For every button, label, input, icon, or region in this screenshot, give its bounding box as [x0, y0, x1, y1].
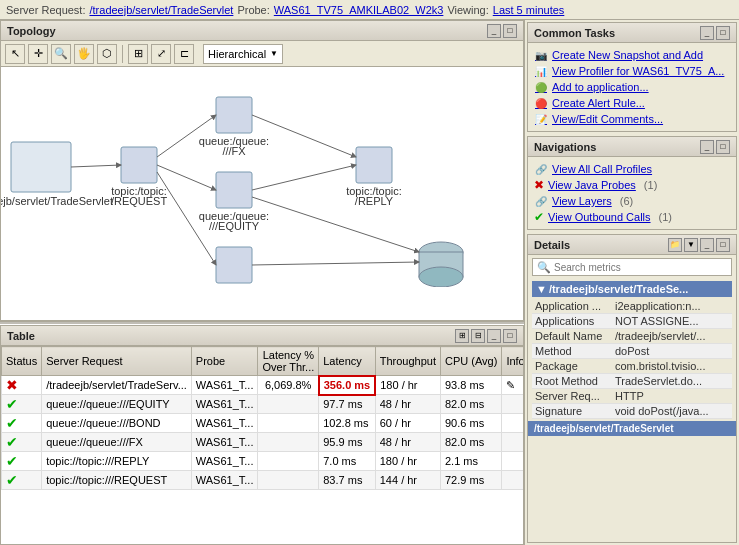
svg-text:///FX: ///FX	[222, 145, 246, 157]
col-cpu[interactable]: CPU (Avg)	[441, 347, 502, 376]
cell-status: ✔	[2, 395, 42, 414]
cell-throughput: 48 / hr	[375, 395, 440, 414]
toolbar-select-btn[interactable]: ⬡	[97, 44, 117, 64]
table-restore-btn[interactable]: □	[503, 329, 517, 343]
navigations-content: 🔗View All Call Profiles✖View Java Probes…	[528, 157, 736, 229]
nav-link-2[interactable]: View Layers	[552, 195, 612, 207]
cell-latency-pct	[258, 414, 319, 433]
cell-latency-pct	[258, 452, 319, 471]
navigations-section: Navigations _ □ 🔗View All Call Profiles✖…	[527, 136, 737, 230]
toolbar-hand-btn[interactable]: 🖐	[74, 44, 94, 64]
layout-dropdown[interactable]: Hierarchical ▼	[203, 44, 283, 64]
cell-probe: WAS61_T...	[191, 471, 258, 490]
table-icon2-btn[interactable]: ⊟	[471, 329, 485, 343]
topology-toolbar: ↖ ✛ 🔍 🖐 ⬡ ⊞ ⤢ ⊏ Hierarchical ▼	[1, 41, 523, 67]
label-server: Server Request:	[6, 4, 85, 16]
cell-throughput: 48 / hr	[375, 433, 440, 452]
details-key-1: Applications	[532, 314, 612, 328]
details-val-4: com.bristol.tvisio...	[612, 359, 732, 373]
topology-header-controls: _ □	[487, 24, 517, 38]
cell-probe: WAS61_T...	[191, 376, 258, 395]
nav-item-0[interactable]: 🔗View All Call Profiles	[534, 161, 730, 177]
details-val-6: HTTP	[612, 389, 732, 403]
toolbar-zoom-btn[interactable]: 🔍	[51, 44, 71, 64]
details-key-7: Signature	[532, 404, 612, 418]
topology-minimize-btn[interactable]: _	[487, 24, 501, 38]
status-icon: ✔	[6, 453, 18, 469]
common-task-item-3[interactable]: 🔴Create Alert Rule...	[534, 95, 730, 111]
task-label-4: View/Edit Comments...	[552, 113, 663, 125]
toolbar-arrow-btn[interactable]: ↖	[5, 44, 25, 64]
col-status[interactable]: Status	[2, 347, 42, 376]
task-icon-4: 📝	[534, 112, 548, 126]
common-tasks-restore-btn[interactable]: □	[716, 26, 730, 40]
task-icon-1: 📊	[534, 64, 548, 78]
common-task-item-4[interactable]: 📝View/Edit Comments...	[534, 111, 730, 127]
details-folder-btn[interactable]: 📁	[668, 238, 682, 252]
collapse-icon: ▼	[536, 283, 547, 295]
table-row[interactable]: ✔ queue://queue:///EQUITY WAS61_T... 97.…	[2, 395, 524, 414]
table-minimize-btn[interactable]: _	[487, 329, 501, 343]
col-latency[interactable]: Latency	[319, 347, 375, 376]
details-row: Packagecom.bristol.tvisio...	[532, 359, 732, 374]
details-val-0: i2eapplication:n...	[612, 299, 732, 313]
probe-link[interactable]: WAS61_TV75_AMKILAB02_W2k3	[274, 4, 444, 16]
details-key-6: Server Req...	[532, 389, 612, 403]
cell-cpu: 82.0 ms	[441, 395, 502, 414]
toolbar-fit-btn[interactable]: ⤢	[151, 44, 171, 64]
col-probe[interactable]: Probe	[191, 347, 258, 376]
task-label-0: Create New Snapshot and Add	[552, 49, 703, 61]
server-link[interactable]: /tradeejb/servlet/TradeServlet	[89, 4, 233, 16]
svg-rect-11	[216, 247, 252, 283]
nav-count-2: (6)	[620, 195, 633, 207]
nav-link-3[interactable]: View Outbound Calls	[548, 211, 651, 223]
cell-cpu: 82.0 ms	[441, 433, 502, 452]
cell-cpu: 93.8 ms	[441, 376, 502, 395]
common-task-item-0[interactable]: 📷Create New Snapshot and Add	[534, 47, 730, 63]
nav-item-3[interactable]: ✔View Outbound Calls(1)	[534, 209, 730, 225]
toolbar-layout-btn[interactable]: ⊏	[174, 44, 194, 64]
cell-cpu: 2.1 ms	[441, 452, 502, 471]
col-info[interactable]: Info	[502, 347, 523, 376]
col-latency-pct[interactable]: Latency %Over Thr...	[258, 347, 319, 376]
cell-latency: 97.7 ms	[319, 395, 375, 414]
topology-title: Topology	[7, 25, 56, 37]
toolbar-sep1	[122, 45, 123, 63]
table-row[interactable]: ✔ queue://queue:///BOND WAS61_T... 102.8…	[2, 414, 524, 433]
search-box[interactable]: 🔍	[532, 258, 732, 276]
navigations-min-btn[interactable]: _	[700, 140, 714, 154]
table-row[interactable]: ✖ /tradeejb/servlet/TradeServ... WAS61_T…	[2, 376, 524, 395]
toolbar-grid-btn[interactable]: ⊞	[128, 44, 148, 64]
common-tasks-title: Common Tasks	[534, 27, 615, 39]
details-restore-btn[interactable]: □	[716, 238, 730, 252]
common-tasks-min-btn[interactable]: _	[700, 26, 714, 40]
nav-plain-icon: 🔗	[534, 194, 548, 208]
table-row[interactable]: ✔ topic://topic:///REPLY WAS61_T... 7.0 …	[2, 452, 524, 471]
viewing-link[interactable]: Last 5 minutes	[493, 4, 565, 16]
nav-link-0[interactable]: View All Call Profiles	[552, 163, 652, 175]
details-min-btn[interactable]: _	[700, 238, 714, 252]
table-icon1-btn[interactable]: ⊞	[455, 329, 469, 343]
table-row[interactable]: ✔ topic://topic:///REQUEST WAS61_T... 83…	[2, 471, 524, 490]
details-header: Details 📁 ▼ _ □	[528, 235, 736, 255]
svg-rect-14	[356, 147, 392, 183]
navigations-restore-btn[interactable]: □	[716, 140, 730, 154]
details-val-5: TradeServlet.do...	[612, 374, 732, 388]
topology-restore-btn[interactable]: □	[503, 24, 517, 38]
cell-info	[502, 452, 523, 471]
col-server-request[interactable]: Server Request	[42, 347, 192, 376]
toolbar-move-btn[interactable]: ✛	[28, 44, 48, 64]
common-task-item-2[interactable]: 🟢Add to application...	[534, 79, 730, 95]
nav-item-2[interactable]: 🔗View Layers(6)	[534, 193, 730, 209]
navigations-title: Navigations	[534, 141, 596, 153]
common-task-item-1[interactable]: 📊View Profiler for WAS61_TV75_A...	[534, 63, 730, 79]
status-icon: ✔	[6, 396, 18, 412]
table-row[interactable]: ✔ queue://queue:///FX WAS61_T... 95.9 ms…	[2, 433, 524, 452]
details-filter-btn[interactable]: ▼	[684, 238, 698, 252]
col-throughput[interactable]: Throughput	[375, 347, 440, 376]
details-section-label[interactable]: ▼ /tradeejb/servlet/TradeSe...	[532, 281, 732, 297]
search-input[interactable]	[554, 262, 704, 273]
nav-item-1[interactable]: ✖View Java Probes(1)	[534, 177, 730, 193]
nav-link-1[interactable]: View Java Probes	[548, 179, 636, 191]
svg-rect-0	[11, 142, 71, 192]
